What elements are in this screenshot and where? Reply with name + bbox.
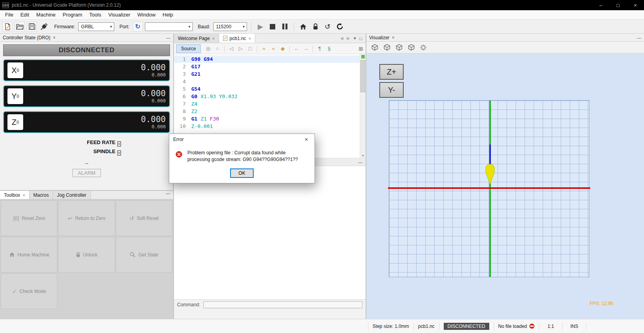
editor-scrollbar[interactable]: ▼ <box>360 54 366 158</box>
code-line[interactable]: 7Z4 <box>174 100 366 108</box>
window-close-button[interactable]: × <box>627 0 644 10</box>
soft-reset-button[interactable]: ↺ Soft Reset <box>116 200 172 236</box>
code-line[interactable]: 5G54 <box>174 85 366 93</box>
connect-button[interactable] <box>39 22 49 32</box>
view-side-icon[interactable] <box>406 43 416 52</box>
menu-window[interactable]: Window <box>134 11 159 19</box>
previous-bookmark-icon[interactable]: « <box>260 45 268 53</box>
error-dialog: Error × Problem opening file : Corrupt d… <box>169 134 315 183</box>
return-to-zero-button[interactable] <box>335 22 345 32</box>
pause-button[interactable] <box>280 22 290 32</box>
code-line[interactable]: 6G0X1.93Y0.032 <box>174 93 366 100</box>
tab-list-icon[interactable]: ▾ <box>354 36 356 41</box>
code-line[interactable]: 8Z2 <box>174 108 366 115</box>
alarm-wrap: ALARM <box>0 169 173 177</box>
alarm-button[interactable]: ALARM <box>72 169 101 177</box>
check-mode-button[interactable]: ✓ Check Mode <box>1 273 57 309</box>
split-window-icon[interactable]: ⊞ <box>359 46 363 52</box>
visualizer-canvas[interactable]: Z+ Y- FPS: 12.90 <box>366 53 644 319</box>
baud-select[interactable]: 115200 ▾ <box>213 22 247 31</box>
code-line[interactable]: 1G90G94 <box>174 55 366 63</box>
code-line[interactable]: 10Z-0.001 <box>174 123 366 130</box>
menu-program[interactable]: Program <box>59 11 86 19</box>
close-icon[interactable]: × <box>212 36 214 41</box>
tab-macros[interactable]: Macros <box>29 191 53 199</box>
menu-edit[interactable]: Edit <box>17 11 33 19</box>
find-selection-icon[interactable]: ○ <box>213 45 222 53</box>
visualizer-settings-icon[interactable] <box>419 43 428 52</box>
uncomment-icon[interactable]: § <box>325 45 333 53</box>
unlock-button[interactable]: Unlock <box>58 237 115 273</box>
code-line[interactable]: 3G21 <box>174 70 366 78</box>
scrollbar-thumb[interactable] <box>360 60 365 92</box>
toggle-bookmark-icon[interactable]: ◆ <box>278 45 287 53</box>
stop-button[interactable] <box>267 22 278 32</box>
minimize-panel-icon[interactable]: — <box>637 35 641 40</box>
z-plus-button[interactable]: Z+ <box>379 64 404 80</box>
maximize-editor-icon[interactable]: □ <box>359 36 362 41</box>
home-machine-button[interactable]: Home Machine <box>1 237 57 273</box>
minimize-panel-icon[interactable]: — <box>163 191 173 199</box>
dialog-titlebar[interactable]: Error × <box>169 134 315 145</box>
tab-toolbox[interactable]: Toolbox × <box>0 191 29 199</box>
view-top-icon[interactable] <box>382 43 392 52</box>
open-file-button[interactable] <box>15 22 25 32</box>
scroll-tabs-left-icon[interactable]: ◀ <box>340 36 343 41</box>
tab-pcb1-nc[interactable]: pcb1.nc × <box>219 34 255 43</box>
find-previous-occurrence-icon[interactable]: ◁ <box>227 45 236 53</box>
menu-file[interactable]: File <box>2 11 17 19</box>
close-icon[interactable]: × <box>249 36 251 41</box>
minimize-panel-icon[interactable]: — <box>358 160 362 165</box>
reset-zero-button[interactable]: |0| Reset Zero <box>1 200 57 236</box>
code-line[interactable]: 2G17 <box>174 63 366 70</box>
shift-line-left-icon[interactable]: ← <box>292 45 301 53</box>
source-view-button[interactable]: Source <box>176 44 201 53</box>
shift-line-right-icon[interactable]: → <box>302 45 310 53</box>
command-label: Command: <box>177 302 200 307</box>
scroll-tabs-right-icon[interactable]: ▶ <box>347 36 350 41</box>
play-button[interactable]: ▶ <box>255 22 265 32</box>
command-input[interactable] <box>203 301 362 308</box>
port-select[interactable]: ▾ <box>145 22 193 31</box>
tab-jog-controller[interactable]: Jog Controller <box>53 191 91 199</box>
minimize-panel-icon[interactable]: — <box>166 35 170 40</box>
unlock-button[interactable] <box>310 22 320 32</box>
firmware-select[interactable]: GRBL ▾ <box>78 22 114 31</box>
find-next-occurrence-icon[interactable]: ▷ <box>236 45 245 53</box>
menu-help[interactable]: Help <box>159 11 177 19</box>
next-bookmark-icon[interactable]: » <box>269 45 278 53</box>
window-maximize-button[interactable]: □ <box>609 0 627 10</box>
gcode-file-icon <box>223 36 227 41</box>
refresh-ports-button[interactable]: ↻ <box>133 22 143 32</box>
code-line[interactable]: 4 <box>174 78 366 85</box>
view-isometric-icon[interactable] <box>370 43 379 52</box>
last-edit-position-icon[interactable]: ◎ <box>204 45 212 53</box>
menu-tools[interactable]: Tools <box>86 11 104 19</box>
ok-button[interactable]: OK <box>230 168 254 178</box>
code-line[interactable]: 9G1Z1F30 <box>174 115 366 123</box>
dialog-close-button[interactable]: × <box>298 134 315 145</box>
axis-z-machine-value: 0.000 <box>141 124 166 130</box>
save-file-button[interactable] <box>27 22 37 32</box>
spacer <box>586 322 644 330</box>
menu-visualizer[interactable]: Visualizer <box>105 11 134 19</box>
scrollbar-down-icon[interactable]: ▼ <box>360 154 366 157</box>
return-to-zero-button[interactable]: ↩ Return to Zero <box>58 200 115 236</box>
menu-machine[interactable]: Machine <box>33 11 59 19</box>
close-icon[interactable]: × <box>392 35 395 40</box>
new-file-button[interactable] <box>2 22 13 32</box>
gcode-token: G17 <box>191 63 200 70</box>
chevron-down-icon: ▾ <box>187 24 192 29</box>
window-minimize-button[interactable]: – <box>592 0 609 10</box>
view-front-icon[interactable] <box>394 43 404 52</box>
soft-reset-button[interactable]: ↺ <box>322 22 333 32</box>
close-icon[interactable]: × <box>22 193 25 198</box>
comment-icon[interactable]: ¶ <box>315 45 324 53</box>
y-minus-button[interactable]: Y- <box>379 82 404 98</box>
home-machine-button[interactable] <box>298 22 308 32</box>
editor-toolbar: Source ◎○◁▷□«»◆←→¶§ ⊞ <box>174 43 366 54</box>
tab-welcome-page[interactable]: Welcome Page × <box>174 34 219 43</box>
get-state-button[interactable]: Get State <box>116 237 172 273</box>
close-icon[interactable]: × <box>53 35 55 40</box>
toggle-highlight-search-icon[interactable]: □ <box>246 45 254 53</box>
